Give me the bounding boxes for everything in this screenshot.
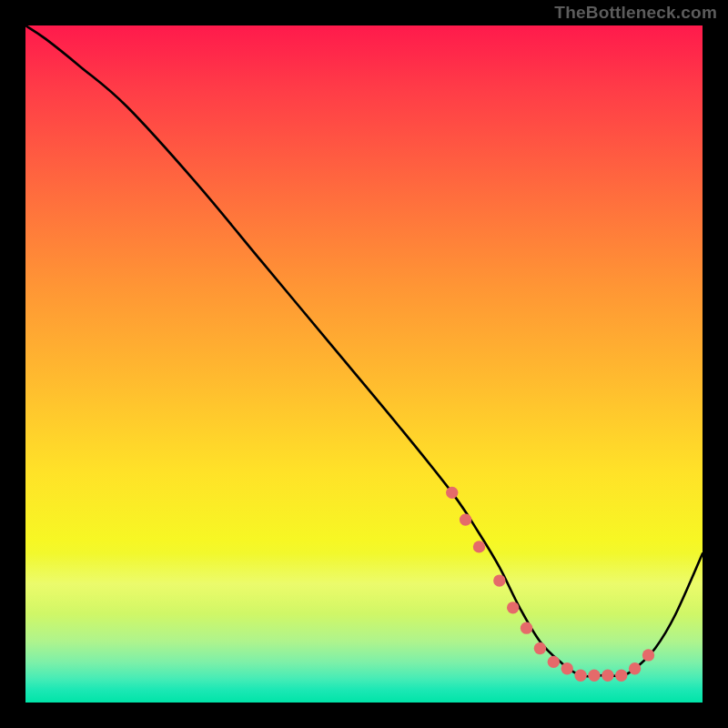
marker-point [473,541,485,552]
marker-point [561,662,573,674]
marker-point [507,602,519,613]
marker-point [615,670,627,682]
marker-point [548,656,560,668]
marker-point [521,622,532,633]
marker-point [574,670,586,682]
marker-point [534,642,546,654]
marker-point [602,670,613,682]
marker-point [460,513,471,525]
marker-point [493,574,505,586]
marker-point [588,670,600,682]
marker-point [629,662,641,674]
chart-svg [25,25,703,703]
chart-frame: TheBottleneck.com [0,0,728,728]
marker-point [642,649,654,661]
plot-area [25,25,703,703]
bottleneck-curve [25,25,703,676]
marker-point [446,487,458,499]
watermark-text: TheBottleneck.com [554,4,717,21]
